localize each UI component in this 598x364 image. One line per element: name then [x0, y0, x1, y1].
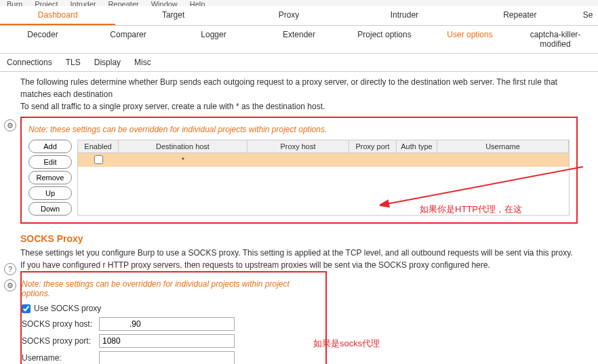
row-enabled-checkbox[interactable]: [94, 155, 103, 164]
tab-extender[interactable]: Extender: [256, 26, 342, 53]
tab-decoder[interactable]: Decoder: [0, 26, 85, 53]
tab-se[interactable]: Se: [578, 6, 598, 25]
subtab-connections[interactable]: Connections: [7, 58, 52, 67]
gear-icon[interactable]: ⚙: [4, 119, 16, 132]
subtab-tls[interactable]: TLS: [66, 58, 81, 67]
gear-icon[interactable]: ⚙: [4, 279, 16, 291]
tab-target[interactable]: Target: [115, 6, 231, 25]
menu-help[interactable]: Help: [190, 0, 205, 6]
row-proxy-host: [247, 159, 349, 161]
socks-host-label: SOCKS proxy host:: [22, 319, 95, 329]
socks-port-label: SOCKS proxy port:: [22, 336, 95, 346]
row-username: [437, 159, 569, 161]
col-dest[interactable]: Destination host: [119, 140, 247, 153]
edit-button[interactable]: Edit: [28, 155, 72, 169]
socks-title: SOCKS Proxy: [20, 233, 578, 244]
menu-window[interactable]: Window: [151, 0, 178, 6]
col-proxy-port[interactable]: Proxy port: [349, 140, 397, 153]
help-icon[interactable]: ?: [4, 263, 16, 275]
subtab-misc[interactable]: Misc: [134, 58, 151, 67]
tab-logger[interactable]: Logger: [171, 26, 256, 53]
socks-host-input[interactable]: [99, 317, 235, 331]
socks-user-input[interactable]: [99, 351, 235, 364]
socks-user-label: Username:: [22, 353, 95, 363]
add-button[interactable]: Add: [28, 140, 72, 153]
row-dest: *: [119, 155, 247, 165]
remove-button[interactable]: Remove: [28, 171, 72, 184]
tab-intruder[interactable]: Intruder: [346, 6, 462, 25]
socks-port-input[interactable]: [99, 334, 235, 348]
upstream-note: Note: these settings can be overridden f…: [28, 125, 570, 134]
upstream-redbox: Note: these settings can be overridden f…: [20, 117, 578, 224]
socks-desc: These settings let you configure Burp to…: [20, 247, 578, 271]
use-socks-checkbox[interactable]: [22, 304, 31, 313]
col-auth-type[interactable]: Auth type: [397, 140, 437, 153]
row-auth-type: [397, 159, 437, 161]
use-socks-label: Use SOCKS proxy: [34, 304, 101, 313]
col-username[interactable]: Username: [437, 140, 569, 153]
tab-proxy[interactable]: Proxy: [231, 6, 346, 25]
col-enabled[interactable]: Enabled: [78, 140, 119, 153]
menu-intruder[interactable]: Intruder: [71, 0, 96, 6]
down-button[interactable]: Down: [28, 202, 72, 216]
socks-note: Note: these settings can be overridden f…: [22, 279, 319, 298]
upstream-desc1: The following rules determine whether Bu…: [20, 76, 578, 100]
annotation-socks: 如果是socks代理: [313, 338, 380, 350]
up-button[interactable]: Up: [28, 186, 72, 200]
row-proxy-port: [349, 159, 397, 161]
menu-repeater[interactable]: Repeater: [108, 0, 138, 6]
socks-redbox: Note: these settings can be overridden f…: [20, 271, 327, 364]
menu-project[interactable]: Project: [35, 0, 58, 6]
tab-repeater[interactable]: Repeater: [462, 6, 578, 25]
tab-project-options[interactable]: Project options: [342, 26, 427, 53]
upstream-desc2: To send all traffic to a single proxy se…: [20, 100, 578, 113]
subtab-display[interactable]: Display: [94, 58, 121, 67]
tab-user-options[interactable]: User options: [427, 26, 513, 53]
menu-burp[interactable]: Burp: [7, 0, 22, 6]
tab-dashboard[interactable]: Dashboard: [0, 6, 115, 25]
tab-comparer[interactable]: Comparer: [85, 26, 171, 53]
table-row[interactable]: *: [78, 153, 569, 167]
annotation-http: 如果你是HTTP代理，在这: [420, 203, 522, 216]
tab-captcha[interactable]: captcha-killer-modified: [513, 26, 598, 53]
col-proxy-host[interactable]: Proxy host: [247, 140, 349, 153]
